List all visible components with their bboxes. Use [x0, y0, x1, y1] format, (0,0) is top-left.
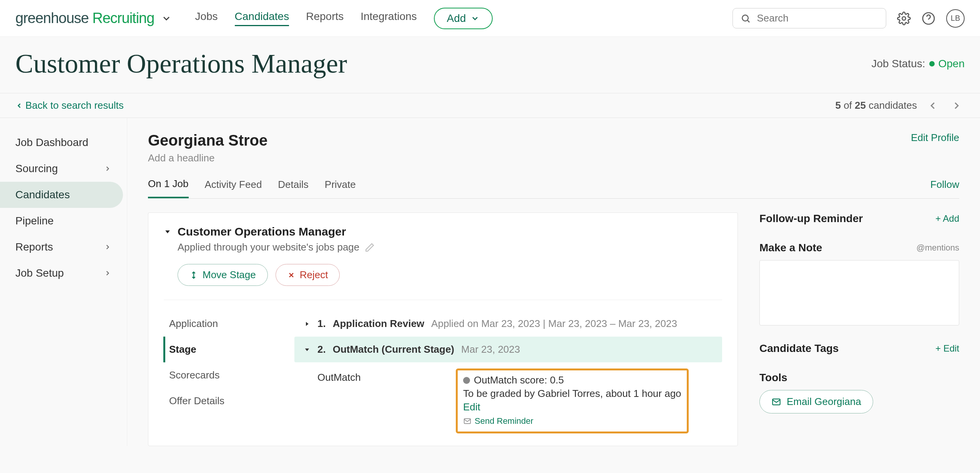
email-candidate-button[interactable]: Email Georgiana — [759, 390, 873, 413]
sidebar-item-reports[interactable]: Reports — [0, 234, 127, 260]
tools-section: Tools Email Georgiana — [759, 372, 959, 413]
job-status: Job Status: Open — [871, 58, 965, 70]
logo[interactable]: greenhouse Recruiting — [15, 10, 154, 27]
stage-tab-scorecards[interactable]: Scorecards — [165, 362, 271, 388]
chevron-down-icon — [470, 14, 480, 23]
logo-part1: greenhouse — [15, 10, 89, 26]
pencil-icon[interactable] — [365, 242, 375, 252]
avatar[interactable]: LB — [946, 9, 965, 28]
breadcrumb: Back to search results 5 of 25 candidate… — [0, 93, 980, 118]
caret-down-icon — [304, 346, 311, 353]
chevron-down-icon[interactable] — [161, 13, 172, 24]
followup-section: Follow-up Reminder + Add — [759, 212, 959, 225]
stage-row-outmatch[interactable]: 2. OutMatch (Current Stage) Mar 23, 2023 — [294, 337, 722, 362]
tab-activity-feed[interactable]: Activity Feed — [205, 179, 262, 197]
outmatch-edit-link[interactable]: Edit — [463, 401, 480, 413]
nav-integrations[interactable]: Integrations — [360, 10, 417, 26]
nav-candidates[interactable]: Candidates — [235, 10, 289, 26]
tab-details[interactable]: Details — [278, 179, 308, 197]
candidate-name: Georgiana Stroe — [148, 132, 267, 149]
tags-title: Candidate Tags — [759, 342, 839, 355]
sidebar-item-sourcing[interactable]: Sourcing — [0, 156, 127, 182]
job-status-value: Open — [938, 58, 965, 70]
sidebar-item-job-setup[interactable]: Job Setup — [0, 260, 127, 286]
stage-tab-stage[interactable]: Stage — [163, 337, 271, 362]
stage-meta: Applied on Mar 23, 2023 | Mar 23, 2023 –… — [431, 318, 677, 330]
close-icon — [287, 271, 295, 279]
sidebar-item-label: Job Setup — [15, 267, 64, 279]
svg-marker-9 — [306, 322, 309, 326]
note-title: Make a Note — [759, 242, 822, 254]
note-input[interactable] — [759, 260, 959, 325]
caret-right-icon — [304, 320, 311, 327]
sidebar-item-label: Sourcing — [15, 163, 58, 175]
sidebar-item-label: Candidates — [15, 189, 70, 201]
followup-title: Follow-up Reminder — [759, 212, 863, 225]
chevron-right-icon — [104, 269, 111, 277]
main: Georgiana Stroe Add a headline Edit Prof… — [127, 118, 980, 446]
move-stage-label: Move Stage — [203, 269, 256, 281]
outmatch-highlight-box: OutMatch score: 0.5 To be graded by Gabr… — [456, 368, 689, 433]
sidebar-item-label: Pipeline — [15, 215, 54, 227]
chevron-left-icon — [15, 102, 23, 110]
edit-profile-link[interactable]: Edit Profile — [911, 132, 959, 144]
reject-button[interactable]: Reject — [276, 264, 340, 286]
email-candidate-label: Email Georgiana — [787, 396, 861, 408]
tab-private[interactable]: Private — [325, 179, 356, 197]
tab-on-job[interactable]: On 1 Job — [148, 178, 189, 198]
candidate-headline[interactable]: Add a headline — [148, 152, 267, 164]
help-icon[interactable] — [922, 12, 935, 25]
sidebar-item-label: Job Dashboard — [15, 136, 88, 149]
followup-add-link[interactable]: + Add — [935, 213, 959, 224]
search-input[interactable] — [757, 12, 878, 24]
caret-down-icon[interactable] — [164, 228, 171, 236]
move-stage-button[interactable]: Move Stage — [178, 264, 268, 286]
logo-part2: Recruiting — [92, 10, 154, 26]
svg-line-1 — [747, 20, 749, 22]
right-column: Follow-up Reminder + Add Make a Note @me… — [759, 212, 959, 430]
content-row: Customer Operations Manager Applied thro… — [148, 212, 959, 446]
tags-section: Candidate Tags + Edit — [759, 342, 959, 355]
stage-row-application-review[interactable]: 1. Application Review Applied on Mar 23,… — [294, 311, 722, 337]
stage-num: 2. — [317, 344, 326, 355]
nav-jobs[interactable]: Jobs — [195, 10, 218, 26]
gear-icon[interactable] — [897, 12, 911, 25]
stage-tab-application[interactable]: Application — [165, 311, 271, 337]
stage-name: Application Review — [333, 318, 424, 330]
mail-icon — [463, 417, 472, 425]
body: Job Dashboard Sourcing Candidates Pipeli… — [0, 118, 980, 446]
stage-body: 1. Application Review Applied on Mar 23,… — [294, 311, 722, 433]
tags-edit-link[interactable]: + Edit — [935, 343, 959, 354]
move-icon — [189, 271, 198, 279]
status-dot-icon — [929, 61, 935, 66]
outmatch-score: OutMatch score: 0.5 — [474, 374, 564, 386]
back-link[interactable]: Back to search results — [25, 100, 124, 111]
sidebar-item-pipeline[interactable]: Pipeline — [0, 208, 127, 234]
sidebar-item-job-dashboard[interactable]: Job Dashboard — [0, 129, 127, 156]
note-mentions[interactable]: @mentions — [916, 243, 959, 253]
next-candidate-button[interactable] — [948, 100, 965, 111]
candidate-header: Georgiana Stroe Add a headline Edit Prof… — [148, 132, 959, 164]
sidebar-item-candidates[interactable]: Candidates — [0, 182, 123, 208]
send-reminder-link[interactable]: Send Reminder — [463, 416, 681, 426]
add-button[interactable]: Add — [434, 8, 493, 29]
sidebar-item-label: Reports — [15, 241, 53, 253]
mail-icon — [771, 397, 781, 407]
svg-marker-10 — [305, 349, 309, 351]
search-box[interactable] — [733, 8, 886, 28]
send-reminder-label: Send Reminder — [475, 416, 533, 426]
stage-tab-offer-details[interactable]: Offer Details — [165, 388, 271, 414]
chevron-right-icon — [104, 165, 111, 173]
position-noun: candidates — [869, 100, 917, 111]
svg-marker-5 — [165, 231, 170, 234]
note-section: Make a Note @mentions — [759, 242, 959, 325]
prev-candidate-button[interactable] — [925, 100, 941, 111]
nav-reports[interactable]: Reports — [306, 10, 344, 26]
application-title: Customer Operations Manager — [178, 225, 346, 238]
outmatch-tool-name: OutMatch — [317, 372, 410, 433]
sidebar: Job Dashboard Sourcing Candidates Pipeli… — [0, 118, 127, 446]
application-card: Customer Operations Manager Applied thro… — [148, 212, 738, 446]
reject-label: Reject — [300, 269, 328, 281]
outmatch-grader: To be graded by Gabriel Torres, about 1 … — [463, 388, 681, 400]
follow-link[interactable]: Follow — [930, 179, 959, 197]
